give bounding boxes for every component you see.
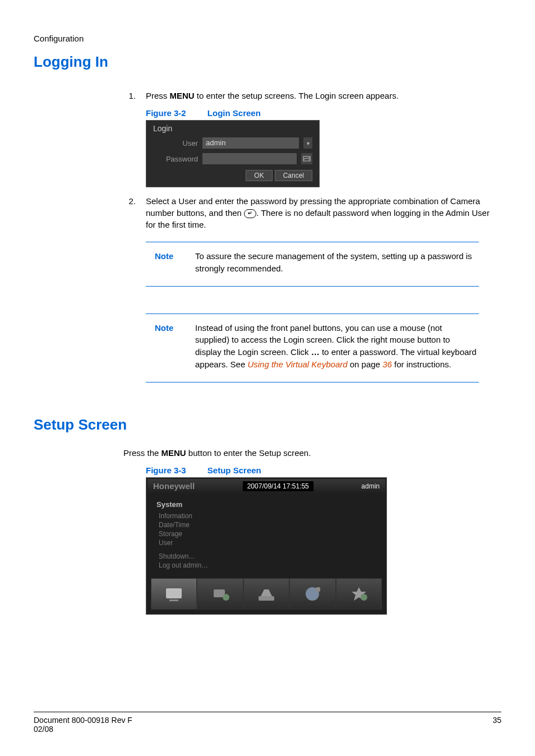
step-1-number: 1.: [123, 90, 136, 102]
figure-3-2-label: Figure 3-2: [146, 108, 186, 118]
setup-menu: System Information Date/Time Storage Use…: [147, 494, 385, 575]
note-2-bottom-rule: [146, 382, 479, 382]
step-1: 1. Press MENU to enter the setup screens…: [123, 90, 490, 102]
login-user-label: User: [153, 139, 198, 147]
svg-rect-5: [166, 588, 182, 598]
menu-item-information[interactable]: Information: [159, 512, 376, 520]
login-user-select[interactable]: admin: [202, 137, 299, 149]
step-2-text: Select a User and enter the password by …: [146, 195, 490, 231]
figure-3-2-title: Login Screen: [207, 108, 261, 118]
keyboard-icon[interactable]: [301, 153, 312, 164]
note-1: Note To assure the secure management of …: [146, 242, 490, 287]
cancel-button[interactable]: Cancel: [275, 170, 312, 181]
footer-left: Document 800-00918 Rev F 02/08: [34, 716, 132, 734]
current-user-label: admin: [361, 482, 380, 490]
footer-page-number: 35: [492, 716, 501, 734]
login-user-row: User admin ▾: [147, 135, 318, 151]
toolbar-system-icon[interactable]: [151, 578, 197, 610]
login-password-label: Password: [153, 155, 198, 163]
note-2-body3: on page: [348, 359, 383, 369]
setup-toolbar: [147, 578, 385, 610]
setup-titlebar: Honeywell 2007/09/14 17:51:55 admin: [147, 479, 385, 494]
step-1-text: Press MENU to enter the setup screens. T…: [146, 90, 490, 102]
note-1-label: Note: [155, 250, 182, 275]
figure-3-3-label: Figure 3-3: [146, 465, 186, 475]
figure-3-3-caption: Figure 3-3 Setup Screen: [146, 465, 490, 475]
note-2-label: Note: [155, 322, 182, 371]
virtual-keyboard-link[interactable]: Using the Virtual Keyboard: [247, 359, 347, 369]
svg-rect-9: [259, 596, 274, 601]
menu-item-user[interactable]: User: [159, 539, 376, 547]
brand-label: Honeywell: [153, 481, 195, 491]
figure-3-2-caption: Figure 3-2 Login Screen: [146, 108, 490, 118]
datetime-label: 2007/09/14 17:51:55: [243, 481, 313, 491]
toolbar-device-icon[interactable]: [243, 578, 289, 610]
toolbar-event-icon[interactable]: [336, 578, 382, 610]
svg-rect-6: [169, 600, 178, 601]
svg-rect-11: [316, 587, 320, 592]
breadcrumb: Configuration: [34, 34, 501, 43]
svg-rect-2: [306, 157, 307, 158]
login-dialog: Login User admin ▾ Password OK Cancel: [146, 120, 320, 187]
note-2: Note Instead of using the front panel bu…: [146, 314, 490, 382]
chevron-down-icon[interactable]: ▾: [303, 137, 312, 149]
toolbar-record-icon[interactable]: [289, 578, 335, 610]
svg-rect-1: [304, 157, 305, 158]
svg-rect-3: [307, 157, 308, 158]
heading-logging-in: Logging In: [34, 53, 501, 71]
ok-button[interactable]: OK: [246, 170, 272, 181]
page-footer: Document 800-00918 Rev F 02/08 35: [34, 712, 501, 734]
setup-window: Honeywell 2007/09/14 17:51:55 admin Syst…: [146, 477, 387, 615]
svg-point-8: [223, 594, 229, 601]
step-1-post: to enter the setup screens. The Login sc…: [195, 91, 399, 100]
step-1-bold: MENU: [170, 91, 195, 100]
ellipsis-button-label: …: [311, 347, 320, 357]
note-2-body4: for instructions.: [392, 359, 451, 369]
menu-item-storage[interactable]: Storage: [159, 530, 376, 538]
note-2-body: Instead of using the front panel buttons…: [195, 322, 478, 371]
step-2-number: 2.: [123, 195, 136, 231]
login-password-row: Password: [147, 151, 318, 167]
page-link-36[interactable]: 36: [382, 359, 392, 369]
menu-item-logout[interactable]: Log out admin…: [159, 561, 376, 569]
note-1-body: To assure the secure management of the s…: [195, 250, 478, 275]
setup-intro-pre: Press the: [123, 448, 162, 458]
figure-3-3-title: Setup Screen: [207, 465, 261, 475]
note-1-bottom-rule: [146, 286, 479, 287]
login-title: Login: [147, 122, 318, 135]
setup-intro-post: button to enter the Setup screen.: [186, 448, 311, 458]
login-password-input[interactable]: [202, 153, 297, 164]
menu-item-datetime[interactable]: Date/Time: [159, 521, 376, 529]
system-heading: System: [156, 500, 376, 509]
setup-intro: Press the MENU button to enter the Setup…: [123, 448, 490, 458]
setup-intro-bold: MENU: [162, 448, 186, 458]
svg-rect-0: [303, 156, 311, 162]
footer-doc-id: Document 800-00918 Rev F: [34, 716, 132, 725]
enter-icon: ↵: [244, 209, 256, 218]
menu-item-shutdown[interactable]: Shutdown…: [159, 552, 376, 560]
svg-point-13: [361, 594, 367, 601]
toolbar-network-icon[interactable]: [197, 578, 243, 610]
step-2: 2. Select a User and enter the password …: [123, 195, 490, 231]
step-1-pre: Press: [146, 91, 170, 100]
heading-setup-screen: Setup Screen: [34, 416, 501, 434]
footer-date: 02/08: [34, 725, 132, 734]
svg-rect-4: [305, 159, 309, 160]
